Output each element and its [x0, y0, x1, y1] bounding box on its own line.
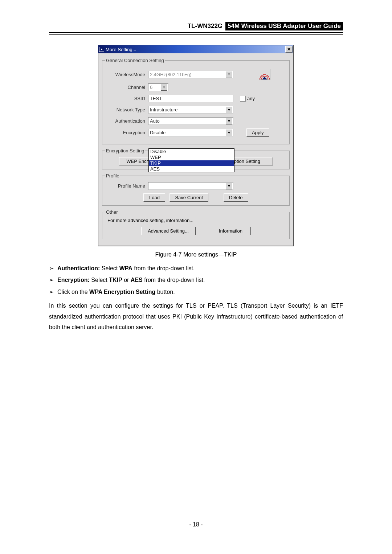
text: AES: [131, 277, 143, 283]
chevron-down-icon: ▼: [226, 106, 232, 113]
channel-dropdown[interactable]: 6 ▼: [148, 83, 168, 91]
label-encryption: Encryption: [105, 130, 148, 135]
encryption-option-disable[interactable]: Disable: [149, 149, 234, 155]
other-legend: Other: [105, 209, 119, 215]
wireless-mode-dropdown[interactable]: 2.4GHz(802.11b+g) ▼: [148, 71, 233, 78]
apply-button[interactable]: Apply: [246, 128, 269, 137]
other-group: Other For more advanced setting, informa…: [102, 209, 290, 239]
header-rule-thin: [49, 34, 343, 35]
profile-legend: Profile: [105, 173, 120, 178]
text: or: [122, 277, 131, 283]
bullet-arrow-icon: ➢: [49, 264, 54, 272]
network-type-value: Infrastructure: [150, 107, 178, 112]
close-button[interactable]: ✕: [285, 46, 293, 53]
authentication-dropdown[interactable]: Auto ▼: [148, 117, 233, 125]
bullet-arrow-icon: ➢: [49, 276, 54, 284]
general-connection-group: General Connection Setting WirelessMode …: [102, 58, 290, 144]
figure-caption: Figure 4-7 More settings—TKIP: [49, 251, 343, 258]
bullet-arrow-icon: ➢: [49, 288, 54, 296]
label-profile-name: Profile Name: [105, 183, 148, 189]
information-button[interactable]: Information: [211, 227, 251, 235]
other-desc: For more advanced setting, information..…: [107, 218, 286, 223]
chevron-down-icon: ▼: [161, 84, 167, 91]
more-setting-dialog: More Setting... ✕ General Connection Set…: [98, 45, 294, 246]
encryption-value: Disable: [150, 130, 166, 135]
body-paragraph: In this section you can configure the se…: [49, 300, 343, 333]
wireless-mode-value: 2.4GHz(802.11b+g): [150, 72, 192, 77]
general-legend: General Connection Setting: [105, 58, 165, 63]
window-icon: [99, 47, 104, 52]
label-authentication: Authentication: [105, 118, 148, 124]
label-wireless-mode: WirelessMode: [105, 72, 148, 77]
encryption-option-aes[interactable]: AES: [149, 166, 234, 172]
text: Select: [90, 277, 109, 283]
chevron-down-icon: ▼: [226, 129, 232, 136]
text: TKIP: [109, 277, 122, 283]
header-model: TL-WN322G: [188, 22, 225, 30]
ssid-input[interactable]: TEST: [148, 95, 233, 102]
chevron-down-icon: ▼: [226, 118, 232, 124]
text: Authentication:: [57, 265, 100, 271]
text: WPA: [119, 265, 132, 271]
header-rule-thick: [49, 32, 343, 33]
any-checkbox[interactable]: [240, 96, 246, 102]
encryption-dropdown[interactable]: Disable ▼: [148, 129, 233, 136]
text: Click on the: [57, 289, 89, 295]
authentication-value: Auto: [150, 118, 160, 124]
chevron-down-icon: ▼: [226, 182, 232, 189]
advanced-setting-button[interactable]: Advanced Setting...: [141, 227, 196, 235]
network-type-dropdown[interactable]: Infrastructure ▼: [148, 106, 233, 114]
load-button[interactable]: Load: [143, 193, 165, 202]
encryption-options-list[interactable]: Disable WEP TKIP AES: [148, 148, 234, 172]
bullet-encryption: ➢ Encryption: Select TKIP or AES from th…: [49, 276, 343, 284]
ssid-value: TEST: [150, 96, 162, 101]
label-ssid: SSID: [105, 96, 148, 101]
text: Select: [100, 265, 119, 271]
text: WPA Encryption Setting: [89, 289, 155, 295]
delete-button[interactable]: Delete: [224, 193, 248, 202]
text: from the drop-down list.: [132, 265, 195, 271]
dialog-title: More Setting...: [106, 47, 136, 52]
text: Encryption:: [57, 277, 90, 283]
label-network-type: Network Type: [105, 107, 148, 112]
encryption-option-tkip[interactable]: TKIP: [149, 160, 234, 166]
channel-value: 6: [150, 85, 152, 90]
encryption-option-wep[interactable]: WEP: [149, 155, 234, 160]
profile-group: Profile Profile Name ▼ Load Save Current…: [102, 173, 290, 206]
label-channel: Channel: [105, 85, 148, 90]
label-any: any: [247, 96, 255, 101]
header-title: 54M Wireless USB Adapter User Guide: [225, 22, 343, 30]
text: button.: [155, 289, 175, 295]
profile-name-dropdown[interactable]: ▼: [148, 182, 233, 190]
text: from the drop-down list.: [143, 277, 205, 283]
dialog-titlebar: More Setting... ✕: [98, 45, 293, 53]
encryption-setting-legend: Encryption Setting: [105, 148, 145, 153]
bullet-authentication: ➢ Authentication: Select WPA from the dr…: [49, 264, 343, 272]
page-number: - 18 -: [49, 521, 343, 528]
bullet-wpa-button: ➢ Click on the WPA Encryption Setting bu…: [49, 288, 343, 296]
save-current-button[interactable]: Save Current: [170, 193, 208, 202]
wifi-icon: [259, 69, 270, 80]
chevron-down-icon: ▼: [226, 71, 232, 78]
